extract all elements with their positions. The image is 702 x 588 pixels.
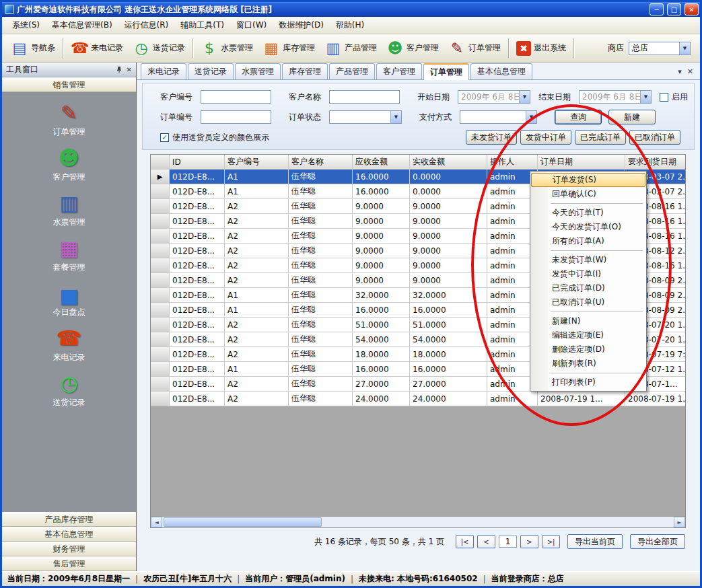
sidebar-section-sales[interactable]: 销售管理 bbox=[2, 77, 136, 92]
grid-cell[interactable]: 24.0000 bbox=[353, 392, 410, 406]
inventory-button[interactable]: ▦库存管理 bbox=[258, 38, 320, 59]
row-selector-cell[interactable] bbox=[151, 347, 170, 362]
grid-cell[interactable]: 16.0000 bbox=[410, 303, 487, 318]
grid-cell[interactable]: A2 bbox=[225, 244, 289, 258]
grid-cell[interactable]: 012D-E8... bbox=[170, 288, 225, 303]
row-selector-cell[interactable] bbox=[151, 377, 170, 392]
export-current-page-button[interactable]: 导出当前页 bbox=[567, 534, 623, 549]
tab-订单管理[interactable]: 订单管理 bbox=[423, 63, 469, 80]
sidebar-section-product-inventory-mgmt[interactable]: 产品库存管理 bbox=[2, 512, 136, 527]
grid-cell[interactable]: 012D-E8... bbox=[170, 303, 225, 318]
grid-cell[interactable]: 伍华聪 bbox=[289, 244, 353, 258]
menubar-item-data-maintain[interactable]: 数据维护(D) bbox=[273, 17, 330, 33]
grid-cell[interactable]: 16.0000 bbox=[353, 184, 410, 199]
grid-cell[interactable]: 9.0000 bbox=[353, 244, 410, 258]
menubar-item-aux-tools[interactable]: 辅助工具(T) bbox=[174, 17, 230, 33]
grid-cell[interactable]: 16.0000 bbox=[410, 362, 487, 377]
sidebar-section-finance-mgmt[interactable]: 财务管理 bbox=[2, 542, 136, 556]
last-page-button[interactable]: >| bbox=[542, 535, 560, 548]
grid-cell[interactable]: admin bbox=[487, 392, 538, 406]
grid-cell[interactable]: 012D-E8... bbox=[170, 258, 225, 273]
scroll-right-icon[interactable]: ► bbox=[674, 517, 685, 527]
grid-cell[interactable]: 伍华聪 bbox=[289, 332, 353, 347]
grid-cell[interactable]: 9.0000 bbox=[353, 199, 410, 214]
cancelled-orders-button[interactable]: 已取消订单 bbox=[629, 130, 680, 145]
store-select[interactable]: 总店▼ bbox=[629, 42, 691, 55]
grid-cell[interactable]: A1 bbox=[225, 288, 289, 303]
end-date-select[interactable]: 2009年 6月 8日 ▼ bbox=[579, 90, 652, 104]
tab-送货记录[interactable]: 送货记录 bbox=[188, 63, 234, 79]
grid-cell[interactable]: 16.0000 bbox=[353, 170, 410, 184]
context-menu-item[interactable]: 今天的发货订单(O) bbox=[531, 220, 645, 234]
grid-cell[interactable]: A2 bbox=[225, 332, 289, 347]
column-header[interactable]: 客户名称 bbox=[289, 155, 353, 170]
grid-cell[interactable]: 伍华聪 bbox=[289, 362, 353, 377]
grid-cell[interactable]: 9.0000 bbox=[410, 244, 487, 258]
tab-客户管理[interactable]: 客户管理 bbox=[376, 63, 422, 79]
sidebar-item-customer-mgmt[interactable]: ☻客户管理 bbox=[53, 147, 85, 183]
row-selector-cell[interactable] bbox=[151, 303, 170, 318]
grid-cell[interactable]: 012D-E8... bbox=[170, 347, 225, 362]
customer-no-input[interactable] bbox=[201, 90, 271, 104]
grid-cell[interactable]: 012D-E8... bbox=[170, 229, 225, 244]
menubar-item-base-info[interactable]: 基本信息管理(B) bbox=[46, 17, 118, 33]
new-button[interactable]: 新建 bbox=[608, 110, 656, 124]
grid-cell[interactable]: A2 bbox=[225, 318, 289, 332]
context-menu-item[interactable]: 已取消订单(U) bbox=[531, 295, 645, 309]
grid-cell[interactable]: 18.0000 bbox=[353, 347, 410, 362]
grid-cell[interactable]: 伍华聪 bbox=[289, 347, 353, 362]
grid-cell[interactable]: A1 bbox=[225, 362, 289, 377]
delivery-color-checkbox[interactable]: ✓ bbox=[160, 133, 169, 142]
close-tab-icon[interactable]: ✕ bbox=[687, 67, 693, 76]
scrollbar-thumb[interactable] bbox=[164, 517, 322, 527]
scroll-left-icon[interactable]: ◄ bbox=[151, 517, 162, 527]
scrollbar-track[interactable] bbox=[162, 517, 674, 527]
grid-cell[interactable]: 012D-E8... bbox=[170, 170, 225, 184]
order-button[interactable]: ✎订单管理 bbox=[444, 38, 505, 59]
grid-cell[interactable]: A1 bbox=[225, 303, 289, 318]
water-ticket-button[interactable]: $水票管理 bbox=[196, 38, 258, 59]
column-header[interactable]: 应收金额 bbox=[353, 155, 410, 170]
row-selector-cell[interactable] bbox=[151, 199, 170, 214]
sidebar-item-today-check[interactable]: ▅今日盘点 bbox=[53, 282, 85, 318]
grid-cell[interactable]: 16.0000 bbox=[353, 362, 410, 377]
row-selector-cell[interactable] bbox=[151, 184, 170, 199]
menubar-item-help[interactable]: 帮助(H) bbox=[330, 17, 370, 33]
grid-cell[interactable]: 012D-E8... bbox=[170, 199, 225, 214]
unshipped-orders-button[interactable]: 未发货订单 bbox=[466, 130, 517, 145]
product-button[interactable]: ▥产品管理 bbox=[320, 38, 382, 59]
grid-cell[interactable]: A2 bbox=[225, 377, 289, 392]
grid-cell[interactable]: 9.0000 bbox=[410, 214, 487, 229]
tab-基本信息管理[interactable]: 基本信息管理 bbox=[470, 63, 532, 79]
next-page-button[interactable]: > bbox=[520, 535, 538, 548]
tab-来电记录[interactable]: 来电记录 bbox=[141, 63, 186, 79]
column-header[interactable]: 客户编号 bbox=[225, 155, 289, 170]
grid-cell[interactable]: 32.0000 bbox=[353, 288, 410, 303]
column-header[interactable]: 操作人 bbox=[487, 155, 538, 170]
column-header[interactable]: 订单日期 bbox=[538, 155, 625, 170]
grid-cell[interactable]: 9.0000 bbox=[353, 229, 410, 244]
grid-cell[interactable]: 伍华聪 bbox=[289, 303, 353, 318]
grid-cell[interactable]: 54.0000 bbox=[353, 332, 410, 347]
grid-cell[interactable]: 012D-E8... bbox=[170, 377, 225, 392]
context-menu-item[interactable]: 新建(N) bbox=[531, 314, 645, 328]
grid-cell[interactable]: 伍华聪 bbox=[289, 288, 353, 303]
grid-cell[interactable]: A2 bbox=[225, 199, 289, 214]
tab-产品管理[interactable]: 产品管理 bbox=[329, 63, 375, 79]
row-selector-cell[interactable] bbox=[151, 229, 170, 244]
grid-cell[interactable]: 0.0000 bbox=[410, 184, 487, 199]
completed-orders-button[interactable]: 已完成订单 bbox=[575, 130, 626, 145]
shipping-orders-button[interactable]: 发货中订单 bbox=[520, 130, 571, 145]
grid-cell[interactable]: A2 bbox=[225, 214, 289, 229]
row-selector-cell[interactable] bbox=[151, 332, 170, 347]
navigation-bar-button[interactable]: ▤导航条 bbox=[6, 38, 60, 59]
order-no-input[interactable] bbox=[201, 110, 271, 124]
order-status-select[interactable]: ▼ bbox=[329, 110, 402, 124]
grid-cell[interactable]: 伍华聪 bbox=[289, 170, 353, 184]
grid-cell[interactable]: 54.0000 bbox=[410, 332, 487, 347]
call-records-button[interactable]: ☎来电记录 bbox=[66, 38, 128, 59]
grid-cell[interactable]: 9.0000 bbox=[353, 214, 410, 229]
grid-cell[interactable]: 9.0000 bbox=[353, 258, 410, 273]
grid-cell[interactable]: 012D-E8... bbox=[170, 214, 225, 229]
context-menu-item[interactable]: 删除选定项(D) bbox=[531, 342, 645, 357]
